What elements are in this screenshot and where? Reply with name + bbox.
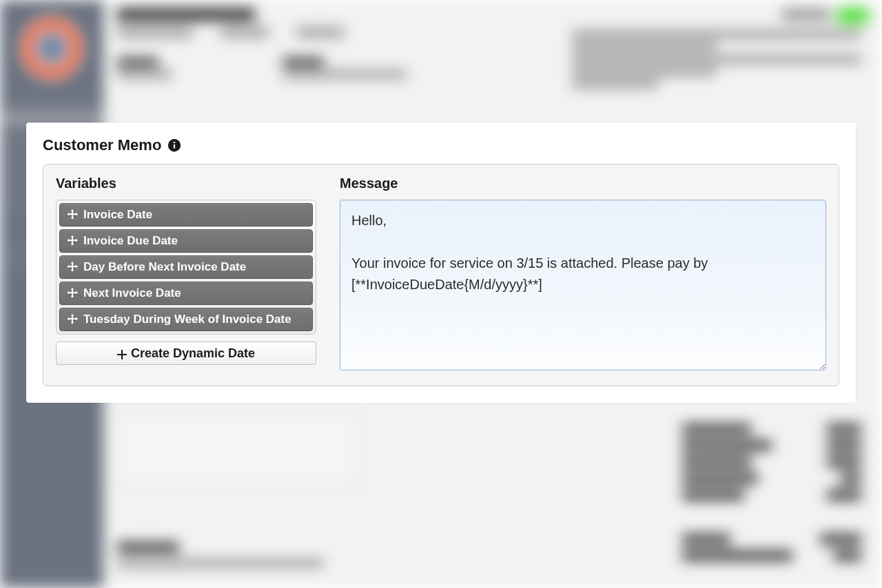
move-icon <box>67 288 78 299</box>
modal-title-text: Customer Memo <box>43 136 161 154</box>
message-textarea[interactable] <box>340 200 826 370</box>
variable-label: Next Invoice Date <box>83 286 181 300</box>
move-icon <box>67 262 78 273</box>
variables-column: Variables Invoice Date Invoice Due Date <box>56 176 316 373</box>
variable-invoice-date[interactable]: Invoice Date <box>59 203 313 227</box>
app-logo <box>17 14 86 83</box>
variable-label: Tuesday During Week of Invoice Date <box>83 313 291 326</box>
move-icon <box>67 209 78 220</box>
create-button-label: Create Dynamic Date <box>131 346 255 361</box>
move-icon <box>67 235 78 246</box>
variable-invoice-due-date[interactable]: Invoice Due Date <box>59 229 313 253</box>
create-dynamic-date-button[interactable]: Create Dynamic Date <box>56 342 316 365</box>
memo-panel: Variables Invoice Date Invoice Due Date <box>43 164 839 386</box>
move-icon <box>67 314 78 325</box>
plus-icon <box>117 348 127 358</box>
variable-label: Invoice Date <box>83 208 152 222</box>
modal-title: Customer Memo <box>43 136 839 154</box>
customer-memo-modal: Customer Memo Variables Invoice Date <box>26 123 856 403</box>
variables-list: Invoice Date Invoice Due Date Day Before… <box>56 200 316 335</box>
message-column: Message <box>340 176 826 373</box>
message-heading: Message <box>340 176 826 191</box>
variables-heading: Variables <box>56 176 316 191</box>
variable-label: Day Before Next Invoice Date <box>83 260 246 274</box>
info-icon[interactable] <box>167 138 182 153</box>
variable-next-invoice-date[interactable]: Next Invoice Date <box>59 282 313 305</box>
variable-label: Invoice Due Date <box>83 234 178 248</box>
variable-day-before-next-invoice-date[interactable]: Day Before Next Invoice Date <box>59 255 313 279</box>
variable-tuesday-during-week-of-invoice-date[interactable]: Tuesday During Week of Invoice Date <box>59 308 313 331</box>
